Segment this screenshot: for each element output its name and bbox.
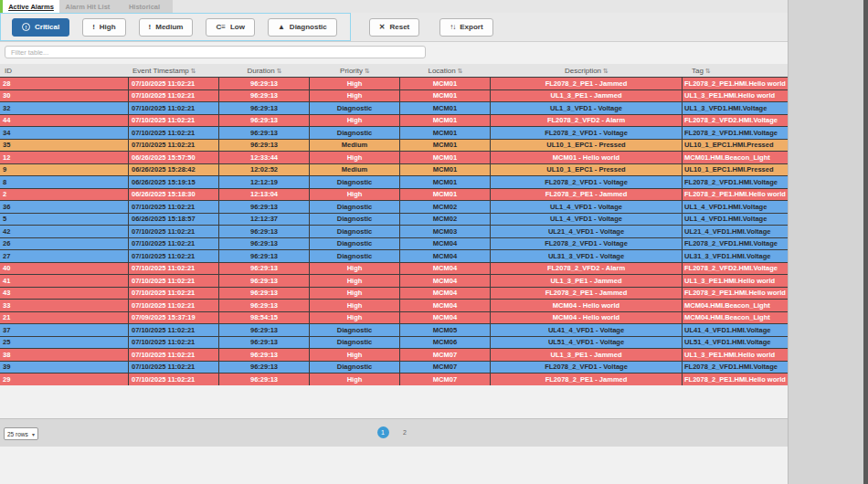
cell-duration: 98:54:15 [219,312,310,324]
table-row[interactable]: 5 06/26/2025 15:18:57 12:12:37 Diagnosti… [0,214,788,226]
table-row[interactable]: 37 07/10/2025 11:02:21 96:29:13 Diagnost… [0,324,788,337]
sort-icon: ⇅ [603,68,609,74]
cell-duration: 96:29:13 [219,140,310,152]
table-filter-input[interactable] [5,46,426,58]
table-row[interactable]: 36 07/10/2025 11:02:21 96:29:13 Diagnost… [0,201,788,214]
cell-location: MCM04 [400,263,491,275]
cell-description: UL1_3_PE1 - Jammed [491,275,683,287]
sort-icon: ⇅ [458,68,463,74]
cell-description: MCM01 - Hello world [491,152,683,163]
cell-duration: 96:29:13 [219,275,310,287]
table-row[interactable]: 9 06/26/2025 15:28:42 12:02:52 Medium MC… [0,164,788,177]
cell-duration: 96:29:13 [219,90,310,102]
table-row[interactable]: 8 06/26/2025 15:19:15 12:12:19 Diagnosti… [0,176,788,189]
cell-priority: Medium [310,140,400,152]
table-row[interactable]: 40 07/10/2025 11:02:21 96:29:13 High MCM… [0,263,788,276]
table-row[interactable]: 41 07/10/2025 11:02:21 96:29:13 High MCM… [0,275,788,288]
cell-priority: Diagnostic [310,324,400,336]
cell-description: FL2078_2_PE1 - Jammed [491,78,683,89]
export-button[interactable]: ↑↓ Export [439,18,492,37]
cell-duration: 96:29:13 [219,300,310,311]
column-header-event-timestamp[interactable]: Event Timestamp⇅ [129,64,219,77]
table-row[interactable]: 42 07/10/2025 11:02:21 96:29:13 Diagnost… [0,226,788,238]
cell-id: 2 [0,189,129,201]
cell-tag: UL1_3_PE1.HMI.Hello world [683,90,788,102]
pagination: 1 2 [0,426,788,438]
table-row[interactable]: 27 07/10/2025 11:02:21 96:29:13 Diagnost… [0,250,788,263]
sort-icon: ⇅ [277,68,282,74]
cell-duration: 96:29:13 [219,374,310,385]
cell-priority: Diagnostic [310,201,400,213]
table-row[interactable]: 26 07/10/2025 11:02:21 96:29:13 Diagnost… [0,238,788,251]
low-filter-button[interactable]: C≡ Low [206,18,254,37]
table-row[interactable]: 28 07/10/2025 11:02:21 96:29:13 High MCM… [0,78,788,90]
table-row[interactable]: 25 07/10/2025 11:02:21 96:29:13 Diagnost… [0,337,788,350]
export-arrows-icon: ↑↓ [450,23,455,31]
table-row[interactable]: 32 07/10/2025 11:02:21 96:29:13 Diagnost… [0,102,788,115]
cell-id: 37 [0,324,129,336]
cell-timestamp: 07/10/2025 11:02:21 [129,238,219,250]
cell-duration: 12:33:44 [219,152,310,163]
table-row[interactable]: 12 06/26/2025 15:57:50 12:33:44 High MCM… [0,152,788,164]
cell-tag: FL2078_2_PE1.HMI.Hello world [683,189,788,201]
cell-priority: High [310,189,400,201]
pagination-page-2[interactable]: 2 [399,429,411,436]
column-header-description[interactable]: Description⇅ [491,64,683,77]
page-background [788,0,868,484]
cell-description: UL41_4_VFD1 - Voltage [491,324,683,336]
pagination-page-1[interactable]: 1 [377,426,389,438]
cell-description: UL21_4_VFD1 - Voltage [491,226,683,237]
table-row[interactable]: 21 07/09/2025 15:37:19 98:54:15 High MCM… [0,312,788,325]
diagnostic-filter-button[interactable]: ▲ Diagnostic [268,18,337,37]
table-footer: 25 rows ▾ 1 2 [0,418,788,447]
column-header-duration[interactable]: Duration⇅ [219,64,310,77]
cell-description: UL10_1_EPC1 - Pressed [491,140,683,152]
cell-location: MCM01 [400,115,491,127]
cell-duration: 96:29:13 [219,102,310,114]
column-header-id[interactable]: ID [0,64,129,77]
table-row[interactable]: 38 07/10/2025 11:02:21 96:29:13 High MCM… [0,349,788,362]
table-row[interactable]: 34 07/10/2025 11:02:21 96:29:13 Diagnost… [0,127,788,140]
tab-alarm-hit-list[interactable]: Alarm Hit List [59,0,116,13]
cell-duration: 96:29:13 [219,324,310,336]
cell-duration: 96:29:13 [219,349,310,361]
cell-timestamp: 07/10/2025 11:02:21 [129,263,219,275]
sort-icon: ⇅ [705,68,711,74]
table-row[interactable]: 29 07/10/2025 11:02:21 96:29:13 High MCM… [0,374,788,386]
table-row[interactable]: 2 06/26/2025 15:18:30 12:13:04 High MCM0… [0,189,788,202]
column-header-tag[interactable]: Tag⇅ [683,64,788,77]
column-header-location[interactable]: Location⇅ [400,64,491,77]
cell-location: MCM01 [400,189,491,201]
tab-active-alarms[interactable]: Active Alarms [3,0,59,13]
cell-tag: FL2078_2_VFD1.HMI.Voltage [683,176,788,188]
cell-location: MCM07 [400,374,491,385]
cell-tag: FL2078_2_PE1.HMI.Hello world [683,288,788,300]
exclamation-icon: ! [149,23,152,31]
table-body: 28 07/10/2025 11:02:21 96:29:13 High MCM… [0,77,788,386]
cell-description: FL2078_2_PE1 - Jammed [491,374,683,385]
reset-button[interactable]: ✕ Reset [369,18,420,37]
column-header-priority[interactable]: Priority⇅ [310,64,400,77]
critical-filter-button[interactable]: ! Critical [12,18,69,37]
cell-description: FL2078_2_VFD1 - Voltage [491,238,683,250]
cell-duration: 12:12:37 [219,214,310,226]
table-row[interactable]: 30 07/10/2025 11:02:21 96:29:13 High MCM… [0,90,788,103]
cell-description: FL2078_2_VFD1 - Voltage [491,176,683,188]
table-row[interactable]: 44 07/10/2025 11:02:21 96:29:13 High MCM… [0,115,788,128]
table-row[interactable]: 43 07/10/2025 11:02:21 96:29:13 High MCM… [0,288,788,300]
medium-filter-button[interactable]: ! Medium [139,18,194,37]
cell-location: MCM04 [400,300,491,311]
cell-priority: Diagnostic [310,214,400,226]
cell-tag: MCM01.HMI.Beacon_Light [683,152,788,163]
table-row[interactable]: 35 07/10/2025 11:02:21 96:29:13 Medium M… [0,140,788,153]
cell-tag: MCM04.HMI.Beacon_Light [683,312,788,324]
cell-timestamp: 07/10/2025 11:02:21 [129,201,219,213]
cell-duration: 12:02:52 [219,164,310,176]
cell-timestamp: 07/10/2025 11:02:21 [129,140,219,152]
cell-location: MCM04 [400,238,491,250]
cell-description: UL10_1_EPC1 - Pressed [491,164,683,176]
table-row[interactable]: 39 07/10/2025 11:02:21 96:29:13 Diagnost… [0,362,788,374]
table-row[interactable]: 33 07/10/2025 11:02:21 96:29:13 High MCM… [0,300,788,312]
tab-historical[interactable]: Historical [116,0,173,13]
high-filter-button[interactable]: ! High [82,18,125,37]
